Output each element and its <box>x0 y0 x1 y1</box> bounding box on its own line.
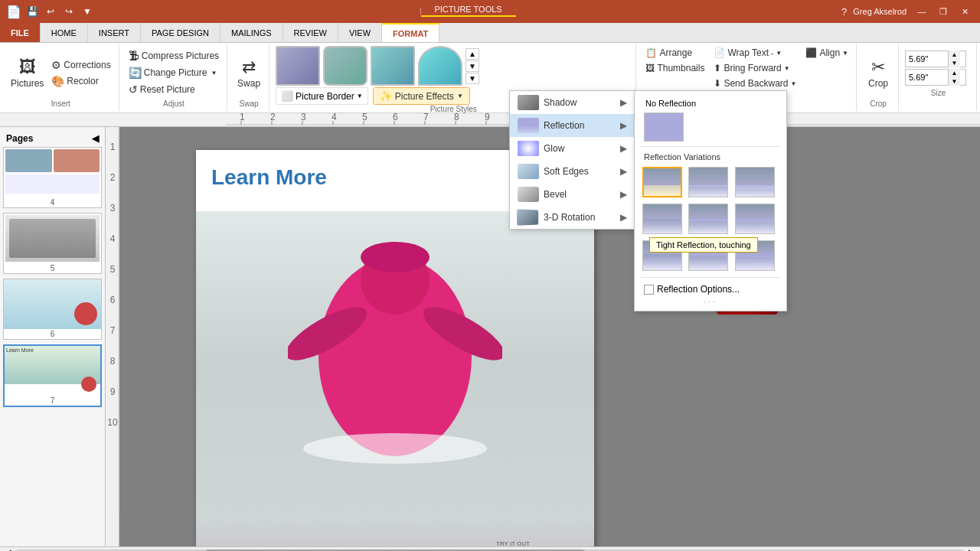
svg-text:3: 3 <box>301 113 306 122</box>
reflection-half-4pt[interactable] <box>688 204 728 234</box>
reflection-options-checkbox[interactable] <box>644 285 654 295</box>
picture-style-buttons: ▲ ▼ ▼ ⬜ Picture Border ▼ ✨ Picture Effec… <box>276 46 479 105</box>
pictures-button[interactable]: 🖼 Pictures <box>8 56 47 90</box>
picture-style-thumbnails: ▲ ▼ ▼ <box>276 46 479 86</box>
tab-view[interactable]: VIEW <box>338 23 382 42</box>
bevel-menu-icon <box>518 187 539 202</box>
tab-mailings[interactable]: MAILINGS <box>220 23 283 42</box>
submenu-divider-2 <box>641 277 780 278</box>
ribbon-tab-bar: FILE HOME INSERT PAGE DESIGN MAILINGS RE… <box>0 23 980 43</box>
page-thumb-6[interactable]: 6 <box>3 279 102 340</box>
thumbnails-button[interactable]: 🖼 Thumbnails <box>642 61 707 75</box>
crop-button[interactable]: ✂ Crop <box>863 56 893 90</box>
tab-file[interactable]: FILE <box>0 23 41 42</box>
reflection-menu-item[interactable]: Reflection ▶ <box>510 114 635 137</box>
pages-panel-header: Pages ◀ <box>3 130 102 147</box>
horizontal-scrollbar[interactable]: ◀ ▶ <box>0 546 980 551</box>
width-input-container: 5.69" ▲ ▼ <box>905 51 966 67</box>
svg-text:9: 9 <box>110 386 116 397</box>
svg-text:8: 8 <box>110 356 116 367</box>
no-reflection-button[interactable]: No Reflection <box>639 96 782 111</box>
bevel-menu-item[interactable]: Bevel ▶ <box>510 183 635 206</box>
save-icon[interactable]: 💾 <box>24 4 40 19</box>
restore-button[interactable]: ❐ <box>934 4 952 19</box>
style-scroll-down[interactable]: ▼ <box>466 60 479 72</box>
change-picture-button[interactable]: 🔄 Change Picture ▼ <box>126 65 222 80</box>
arrange-col3: ⬛ Align ▼ <box>802 46 851 90</box>
tab-home[interactable]: HOME <box>41 23 88 42</box>
crop-group-label: Crop <box>863 99 893 109</box>
pic-style-2[interactable] <box>323 46 368 86</box>
send-backward-button[interactable]: ⬇ Send Backward ▼ <box>710 77 799 90</box>
recolor-button[interactable]: 🎨 Recolor <box>48 73 113 89</box>
thumbnails-icon: 🖼 <box>645 63 655 73</box>
compress-icon: 🗜 <box>129 50 139 62</box>
pic-style-4[interactable] <box>418 46 462 86</box>
style-scroll-up[interactable]: ▲ <box>466 48 479 60</box>
close-button[interactable]: ✕ <box>956 4 974 19</box>
ribbon-group-swap: ⇄ Swap Swap <box>229 44 270 111</box>
glow-arrow-icon: ▶ <box>620 143 627 154</box>
arrange-button[interactable]: 📋 Arrange <box>642 46 707 60</box>
pictures-icon: 🖼 <box>19 57 36 77</box>
compress-pictures-button[interactable]: 🗜 Compress Pictures <box>126 48 222 64</box>
reset-picture-button[interactable]: ↺ Reset Picture <box>126 82 222 97</box>
tab-insert[interactable]: INSERT <box>88 23 141 42</box>
customize-icon[interactable]: ▼ <box>80 4 95 19</box>
reflection-options-button[interactable]: Reflection Options... <box>639 281 782 298</box>
page-thumb-4[interactable]: 4 <box>3 147 102 208</box>
picture-styles-content: ▲ ▼ ▼ ⬜ Picture Border ▼ ✨ Picture Effec… <box>276 46 479 105</box>
3d-rotation-menu-icon <box>517 209 538 225</box>
height-input[interactable]: 5.69" <box>906 71 948 83</box>
shadow-menu-item[interactable]: Shadow ▶ <box>510 91 635 114</box>
reflection-half-8pt[interactable] <box>735 204 775 234</box>
reflection-tight-8pt[interactable] <box>735 167 775 197</box>
picture-style-options: ⬜ Picture Border ▼ ✨ Picture Effects ▼ <box>276 87 479 105</box>
reflection-tight-touching[interactable] <box>642 167 682 197</box>
no-reflection-thumb[interactable] <box>644 112 684 142</box>
page-6-label: 6 <box>4 329 101 339</box>
pic-style-1[interactable] <box>276 46 320 86</box>
style-more[interactable]: ▼ <box>466 73 479 84</box>
reflection-variations-header: Reflection Variations <box>639 150 782 164</box>
bring-forward-button[interactable]: ⬆ Bring Forward ▼ <box>710 61 799 75</box>
height-up[interactable]: ▲ <box>948 69 960 77</box>
height-down[interactable]: ▼ <box>948 77 960 86</box>
corrections-button[interactable]: ⚙ Corrections <box>48 57 113 73</box>
scroll-right-btn[interactable]: ▶ <box>966 547 977 552</box>
reflection-half-touching[interactable] <box>642 204 682 234</box>
picture-effects-button[interactable]: ✨ Picture Effects ▼ <box>373 87 470 105</box>
3d-rotation-menu-item[interactable]: 3-D Rotation ▶ <box>510 206 635 229</box>
wrap-text-button[interactable]: 📄 Wrap Text - ▼ <box>710 46 799 60</box>
corrections-icon: ⚙ <box>51 59 61 71</box>
pages-collapse-icon[interactable]: ◀ <box>92 133 99 144</box>
align-dropdown: ▼ <box>842 50 848 57</box>
adjust-vertical-buttons: 🗜 Compress Pictures 🔄 Change Picture ▼ ↺… <box>126 48 222 97</box>
pic-style-3[interactable] <box>371 46 415 86</box>
page-thumb-5[interactable]: 5 <box>3 213 102 274</box>
minimize-button[interactable]: — <box>913 4 931 19</box>
page-thumb-7[interactable]: Learn More 7 <box>3 344 102 407</box>
width-input[interactable]: 5.69" <box>906 53 948 65</box>
tab-format[interactable]: FORMAT <box>382 23 439 42</box>
width-up[interactable]: ▲ <box>948 51 960 59</box>
reflection-tight-4pt[interactable] <box>688 167 728 197</box>
picture-border-button[interactable]: ⬜ Picture Border ▼ <box>276 87 368 105</box>
tab-review[interactable]: REVIEW <box>283 23 338 42</box>
soft-edges-menu-item[interactable]: Soft Edges ▶ <box>510 160 635 183</box>
redo-icon[interactable]: ↪ <box>61 4 77 19</box>
adjust-buttons: 🗜 Compress Pictures 🔄 Change Picture ▼ ↺… <box>126 46 222 99</box>
undo-icon[interactable]: ↩ <box>43 4 58 19</box>
tab-page-design[interactable]: PAGE DESIGN <box>141 23 220 42</box>
width-down[interactable]: ▼ <box>948 59 960 67</box>
swap-button[interactable]: ⇄ Swap <box>234 56 264 90</box>
reflection-submenu: No Reflection Reflection Variations <box>634 90 787 311</box>
scroll-left-btn[interactable]: ◀ <box>3 547 14 552</box>
glow-menu-item[interactable]: Glow ▶ <box>510 137 635 160</box>
help-button[interactable]: ? <box>841 6 847 18</box>
size-inputs: 5.69" ▲ ▼ 5.69" ▲ ▼ <box>905 51 966 86</box>
effects-dropdown-menu: Shadow ▶ Reflection ▶ Glow ▶ Soft Edges … <box>509 90 635 230</box>
svg-text:8: 8 <box>454 113 459 122</box>
align-button[interactable]: ⬛ Align ▼ <box>802 46 851 60</box>
reflection-tooltip: Tight Reflection, touching <box>649 237 758 253</box>
